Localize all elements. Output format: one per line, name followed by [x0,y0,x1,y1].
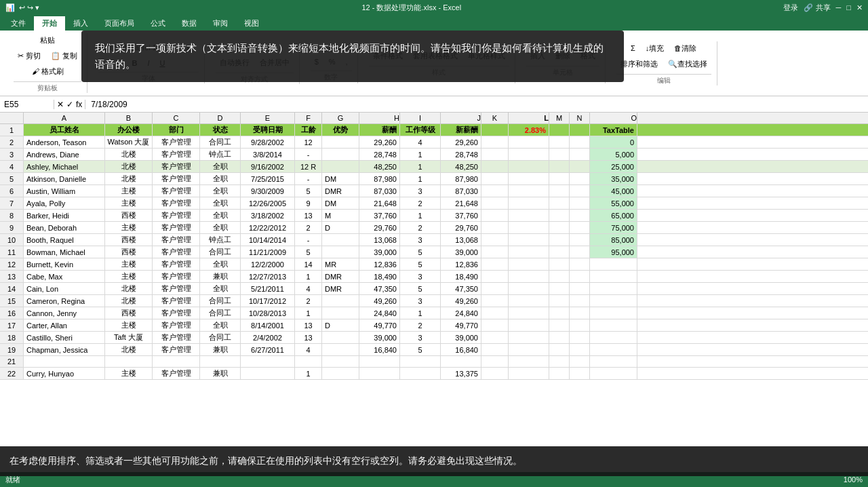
cell-a-21[interactable] [24,356,105,367]
cell-o-15[interactable] [590,295,637,307]
cell-g-19[interactable] [322,344,359,355]
cell-f-6[interactable]: 5 [295,185,322,197]
cell-f-7[interactable]: 9 [295,197,322,209]
cell-f-18[interactable]: 13 [295,332,322,343]
cell-b-17[interactable]: 主楼 [105,319,153,331]
cell-c-19[interactable]: 客户管理 [153,344,200,355]
cell-d-2[interactable]: 合同工 [200,136,241,148]
cell-g-15[interactable] [322,295,359,307]
cell-i-16[interactable]: 1 [400,307,441,319]
cell-a-5[interactable]: Atkinson, Danielle [24,173,105,184]
col-header-b[interactable]: B [105,113,153,123]
cell-j-5[interactable]: 87,980 [441,173,481,184]
cell-o-3[interactable]: 5,000 [590,149,637,160]
cell-b-16[interactable]: 西楼 [105,307,153,319]
cell-a-18[interactable]: Castillo, Sheri [24,332,105,343]
cell-f-21[interactable] [295,356,322,367]
cell-i-19[interactable]: 5 [400,344,441,355]
cell-c-22[interactable]: 客户管理 [153,368,200,379]
col-header-m[interactable]: M [549,113,570,123]
cell-h-3[interactable]: 28,748 [359,149,400,160]
cell-o-14[interactable] [590,283,637,294]
cell-j-13[interactable]: 18,490 [441,271,481,282]
cell-o-9[interactable]: 75,000 [590,222,637,233]
restore-button[interactable]: □ [846,3,851,12]
cell-d-9[interactable]: 全职 [200,222,241,233]
cell-f-8[interactable]: 13 [295,210,322,221]
cell-h-5[interactable]: 87,980 [359,173,400,184]
cell-e-19[interactable]: 6/27/2011 [241,344,295,355]
tab-insert[interactable]: 插入 [65,16,96,31]
header-cell-f[interactable]: 工龄 [295,124,322,136]
cell-d-12[interactable]: 全职 [200,258,241,270]
header-cell-c[interactable]: 部门 [153,124,200,136]
cell-b-4[interactable]: 北楼 [105,161,153,172]
cell-h-7[interactable]: 21,648 [359,197,400,209]
cell-b-13[interactable]: 主楼 [105,271,153,282]
cell-d-21[interactable] [200,356,241,367]
cell-a-4[interactable]: Ashley, Michael [24,161,105,172]
cell-h-10[interactable]: 13,068 [359,234,400,246]
header-cell-b[interactable]: 办公楼 [105,124,153,136]
cell-e-10[interactable]: 10/14/2014 [241,234,295,246]
cell-e-18[interactable]: 2/4/2002 [241,332,295,343]
cell-g-21[interactable] [322,356,359,367]
cell-c-9[interactable]: 客户管理 [153,222,200,233]
cell-d-16[interactable]: 合同工 [200,307,241,319]
sum-btn[interactable]: Σ [627,41,639,56]
cell-j-14[interactable]: 47,350 [441,283,481,294]
cell-c-4[interactable]: 客户管理 [153,161,200,172]
cell-o-4[interactable]: 25,000 [590,161,637,172]
cell-j-11[interactable]: 39,000 [441,246,481,258]
cell-i-8[interactable]: 1 [400,210,441,221]
cell-h-18[interactable]: 39,000 [359,332,400,343]
cell-j-4[interactable]: 48,250 [441,161,481,172]
cell-h-17[interactable]: 49,770 [359,319,400,331]
copy-button[interactable]: 📋 复制 [47,49,81,63]
paste-button[interactable]: 粘贴 [36,33,59,47]
cell-l-22[interactable] [509,368,549,379]
cell-o-7[interactable]: 55,000 [590,197,637,209]
minimize-button[interactable]: ─ [836,3,842,12]
cell-h-4[interactable]: 48,250 [359,161,400,172]
cell-g-8[interactable]: M [322,210,359,221]
cell-j-16[interactable]: 24,840 [441,307,481,319]
cell-e-5[interactable]: 7/25/2015 [241,173,295,184]
header-cell-a[interactable]: 员工姓名 [24,124,105,136]
tab-file[interactable]: 文件 [3,16,34,31]
tab-data[interactable]: 数据 [174,16,205,31]
cell-f-19[interactable]: 4 [295,344,322,355]
confirm-formula-icon[interactable]: ✓ [66,100,73,109]
cell-a-10[interactable]: Booth, Raquel [24,234,105,246]
cell-g-2[interactable] [322,136,359,148]
col-header-h[interactable]: H [359,113,400,123]
find-btn[interactable]: 🔍查找选择 [664,57,711,71]
cell-c-14[interactable]: 客户管理 [153,283,200,294]
cell-a-7[interactable]: Ayala, Polly [24,197,105,209]
signin-label[interactable]: 登录 [783,3,798,13]
cell-h-15[interactable]: 49,260 [359,295,400,307]
cell-o-21[interactable] [590,356,637,367]
cell-g-13[interactable]: DMR [322,271,359,282]
cell-e-22[interactable] [241,368,295,379]
undo-redo[interactable]: ↩ ↪ ▾ [19,3,39,12]
cell-l-4[interactable] [509,161,549,172]
cell-j-12[interactable]: 12,836 [441,258,481,270]
cell-f-3[interactable]: - [295,149,322,160]
cell-i-10[interactable]: 3 [400,234,441,246]
cell-i-12[interactable]: 5 [400,258,441,270]
cell-l-5[interactable] [509,173,549,184]
cell-i-13[interactable]: 3 [400,271,441,282]
cell-b-8[interactable]: 西楼 [105,210,153,221]
cell-a-16[interactable]: Cannon, Jenny [24,307,105,319]
cell-b-19[interactable]: 北楼 [105,344,153,355]
cell-a-13[interactable]: Cabe, Max [24,271,105,282]
cell-e-6[interactable]: 9/30/2009 [241,185,295,197]
tab-review[interactable]: 审阅 [205,16,236,31]
cell-i-6[interactable]: 3 [400,185,441,197]
cell-h-16[interactable]: 24,840 [359,307,400,319]
cell-h-19[interactable]: 16,840 [359,344,400,355]
cell-e-2[interactable]: 9/28/2002 [241,136,295,148]
col-header-a[interactable]: A [24,113,105,123]
cell-j-3[interactable]: 28,748 [441,149,481,160]
